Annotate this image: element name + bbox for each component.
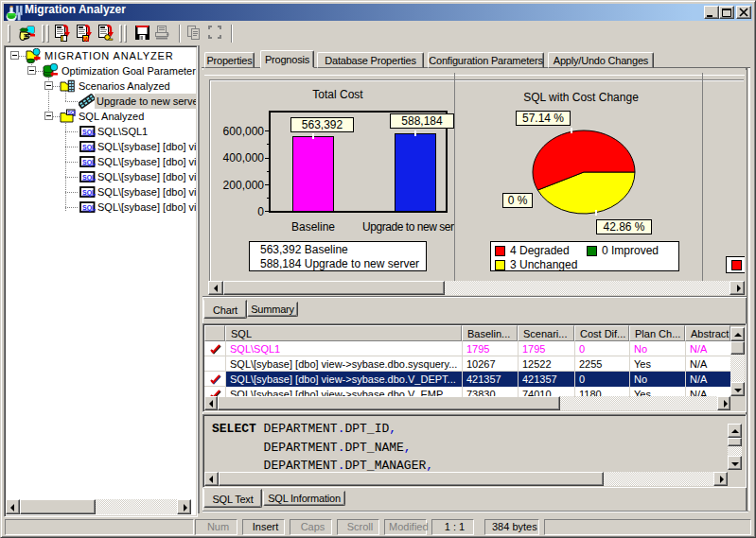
svg-text:W: W	[83, 36, 90, 43]
